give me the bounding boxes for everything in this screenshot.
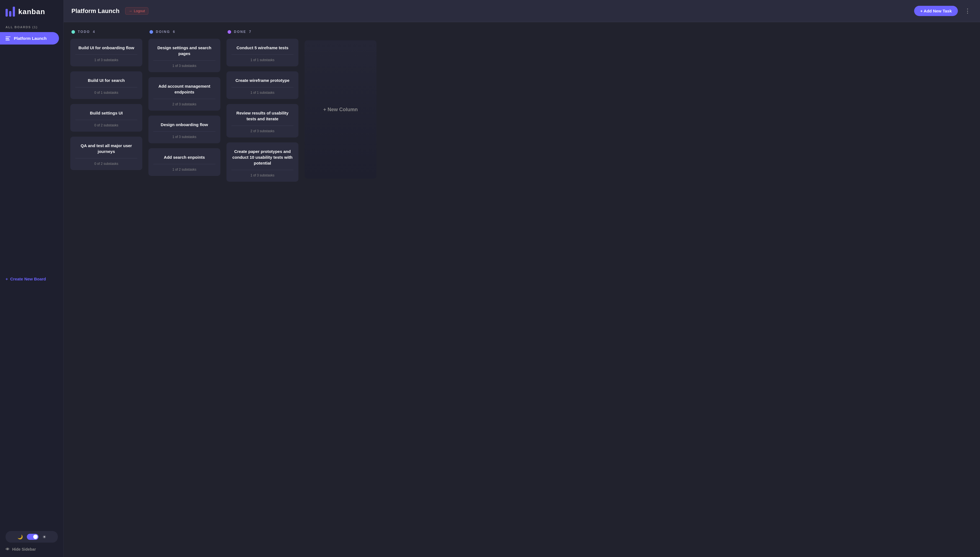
task-subtasks: 1 of 1 substasks xyxy=(232,58,294,62)
task-card[interactable]: QA and test all major user journeys0 of … xyxy=(70,137,142,170)
task-card[interactable]: Build UI for search0 of 1 substasks xyxy=(70,72,142,99)
task-card[interactable]: Design onboarding flow1 of 3 substasks xyxy=(149,116,220,143)
task-subtasks: 1 of 3 substasks xyxy=(232,173,294,177)
sidebar-bottom: 🌙 ☀ 👁 Hide Sidebar xyxy=(0,526,64,557)
task-title: Review results of usability tests and it… xyxy=(232,110,294,122)
column-done: DONE7Conduct 5 wireframe tests1 of 1 sub… xyxy=(227,30,299,187)
boards-list: Platform Launch xyxy=(0,32,64,273)
eye-slash-icon: 👁 xyxy=(5,547,10,552)
logout-icon: → xyxy=(129,9,132,13)
hide-sidebar-label: Hide Sidebar xyxy=(12,547,36,552)
logo-icon xyxy=(5,7,15,16)
column-header-done: DONE7 xyxy=(227,30,299,34)
header: Platform Launch → Logout + Add New Task … xyxy=(64,0,980,22)
column-name-todo: TODO xyxy=(78,30,90,34)
task-title: Conduct 5 wireframe tests xyxy=(232,45,294,50)
add-task-label: + Add New Task xyxy=(920,8,952,13)
task-card[interactable]: Build settings UI0 of 2 substasks xyxy=(70,104,142,132)
task-subtasks: 2 of 3 substasks xyxy=(232,129,294,133)
task-divider xyxy=(75,120,137,120)
sidebar: kanban ALL BOARDS (1) Platform Launch + … xyxy=(0,0,64,557)
main-content: Platform Launch → Logout + Add New Task … xyxy=(64,0,980,557)
header-left: Platform Launch → Logout xyxy=(72,7,149,15)
task-divider xyxy=(232,170,294,170)
more-menu-button[interactable]: ⋮ xyxy=(963,8,972,15)
task-divider xyxy=(232,54,294,55)
column-doing: DOING6Design settings and search pages1 … xyxy=(149,30,220,181)
theme-toggle[interactable]: 🌙 ☀ xyxy=(5,531,58,542)
task-title: Design settings and search pages xyxy=(154,45,216,56)
task-subtasks: 1 of 2 substasks xyxy=(154,168,216,171)
column-dot-doing xyxy=(150,30,153,34)
new-column-button[interactable]: + New Column xyxy=(304,41,377,179)
task-card[interactable]: Add search enpoints1 of 2 substasks xyxy=(149,148,220,176)
task-card[interactable]: Create wireframe prototype1 of 1 substas… xyxy=(227,72,299,99)
column-count-todo: 4 xyxy=(93,30,95,34)
task-title: Add search enpoints xyxy=(154,154,216,160)
column-count-done: 7 xyxy=(249,30,252,34)
header-right: + Add New Task ⋮ xyxy=(914,6,972,16)
task-title: Build UI for search xyxy=(75,77,137,83)
hide-sidebar-button[interactable]: 👁 Hide Sidebar xyxy=(5,547,58,552)
task-title: Build UI for onboarding flow xyxy=(75,45,137,50)
logo-bar-1 xyxy=(5,9,8,16)
create-board-label: Create New Board xyxy=(10,277,46,281)
task-subtasks: 0 of 2 substasks xyxy=(75,123,137,127)
task-subtasks: 1 of 3 substasks xyxy=(154,135,216,139)
task-card[interactable]: Add account management endpoints2 of 3 s… xyxy=(149,77,220,111)
page-title: Platform Launch xyxy=(72,8,119,15)
add-task-button[interactable]: + Add New Task xyxy=(914,6,958,16)
task-divider xyxy=(232,125,294,126)
task-title: Design onboarding flow xyxy=(154,122,216,127)
task-divider xyxy=(154,131,216,132)
task-card[interactable]: Design settings and search pages1 of 3 s… xyxy=(149,39,220,72)
task-subtasks: 1 of 1 substasks xyxy=(232,91,294,94)
create-board-button[interactable]: + Create New Board xyxy=(0,273,64,285)
task-title: QA and test all major user journeys xyxy=(75,143,137,154)
plus-icon: + xyxy=(5,277,8,281)
task-divider xyxy=(154,99,216,99)
logo-bar-2 xyxy=(9,11,11,16)
task-card[interactable]: Build UI for onboarding flow1 of 3 subst… xyxy=(70,39,142,67)
logout-label: Logout xyxy=(134,9,145,13)
task-divider xyxy=(75,54,137,55)
task-subtasks: 2 of 3 substasks xyxy=(154,102,216,106)
task-subtasks: 1 of 3 substasks xyxy=(154,64,216,68)
column-dot-done xyxy=(227,30,231,34)
board-icon xyxy=(5,36,10,41)
column-header-todo: TODO4 xyxy=(70,30,142,34)
column-name-doing: DOING xyxy=(156,30,170,34)
logo-area: kanban xyxy=(0,0,64,22)
all-boards-label: ALL BOARDS (1) xyxy=(0,22,64,32)
theme-toggle-switch[interactable] xyxy=(27,534,39,540)
board-item-label: Platform Launch xyxy=(14,36,46,41)
task-card[interactable]: Review results of usability tests and it… xyxy=(227,104,299,137)
sidebar-item-platform-launch[interactable]: Platform Launch xyxy=(0,32,59,44)
board: TODO4Build UI for onboarding flow1 of 3 … xyxy=(64,22,980,557)
task-subtasks: 1 of 3 substasks xyxy=(75,58,137,62)
logout-button[interactable]: → Logout xyxy=(125,7,149,15)
sun-icon: ☀ xyxy=(42,534,46,539)
column-todo: TODO4Build UI for onboarding flow1 of 3 … xyxy=(70,30,142,175)
task-title: Build settings UI xyxy=(75,110,137,116)
task-title: Create paper prototypes and conduct 10 u… xyxy=(232,148,294,166)
column-name-done: DONE xyxy=(234,30,247,34)
new-column-label: + New Column xyxy=(323,107,358,112)
column-dot-todo xyxy=(72,30,75,34)
task-subtasks: 0 of 2 substasks xyxy=(75,162,137,166)
logo-bar-3 xyxy=(13,7,15,16)
column-header-doing: DOING6 xyxy=(149,30,220,34)
app-name: kanban xyxy=(18,8,45,16)
task-card[interactable]: Conduct 5 wireframe tests1 of 1 substask… xyxy=(227,39,299,67)
column-count-doing: 6 xyxy=(173,30,175,34)
task-card[interactable]: Create paper prototypes and conduct 10 u… xyxy=(227,142,299,182)
task-title: Create wireframe prototype xyxy=(232,77,294,83)
task-subtasks: 0 of 1 substasks xyxy=(75,91,137,94)
moon-icon: 🌙 xyxy=(18,534,23,539)
task-title: Add account management endpoints xyxy=(154,83,216,95)
